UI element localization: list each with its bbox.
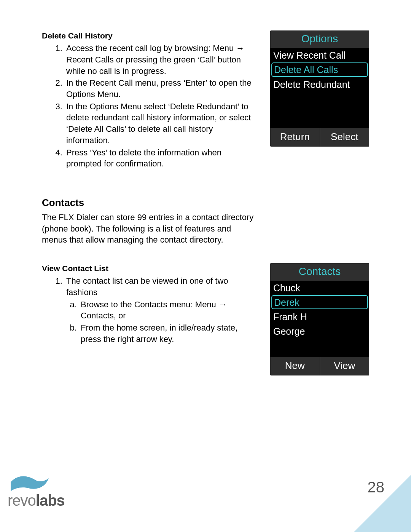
logo-text-bold: labs: [36, 492, 65, 509]
phone-softkey-bar: New View: [270, 357, 369, 375]
step-item: The contact list can be viewed in one of…: [65, 275, 259, 345]
text-column: Delete Call History Access the recent ca…: [42, 30, 259, 170]
phone-softkey-bar: Return Select: [270, 128, 369, 147]
heading-delete-call-history: Delete Call History: [42, 30, 259, 41]
softkey-view[interactable]: View: [320, 357, 370, 375]
logo-wordmark: revolabs: [8, 492, 65, 509]
text-column: View Contact List The contact list can b…: [42, 263, 259, 375]
step-item: In the Options Menu select ‘Delete Redun…: [65, 101, 259, 146]
menu-item-delete-redundant[interactable]: Delete Redundant: [270, 77, 369, 91]
contact-item[interactable]: Frank H: [270, 310, 369, 324]
steps-list: Access the recent call log by browsing: …: [42, 43, 259, 169]
flag-icon: [8, 471, 49, 494]
softkey-new[interactable]: New: [270, 357, 320, 375]
logo-text-light: revo: [8, 492, 36, 509]
revolabs-logo: revolabs: [8, 471, 65, 509]
substeps-list: Browse to the Contacts menu: Menu → Cont…: [66, 299, 259, 345]
substep-item: Browse to the Contacts menu: Menu → Cont…: [79, 299, 259, 321]
contact-item[interactable]: Derek: [271, 295, 368, 309]
step-item: Press ‘Yes’ to delete the information wh…: [65, 147, 259, 169]
menu-item-view-recent-call[interactable]: View Recent Call: [270, 48, 369, 62]
screenshot-column: Options View Recent Call Delete All Call…: [270, 30, 373, 170]
step-item: Access the recent call log by browsing: …: [65, 43, 259, 77]
phone-title: Contacts: [270, 263, 369, 281]
phone-screenshot-options: Options View Recent Call Delete All Call…: [270, 30, 369, 147]
softkey-select[interactable]: Select: [320, 128, 370, 147]
contact-item[interactable]: Chuck: [270, 281, 369, 295]
heading-contacts: Contacts: [42, 197, 373, 209]
contacts-intro-paragraph: The FLX Dialer can store 99 entries in a…: [42, 212, 255, 246]
substep-item: From the home screen, in idle/ready stat…: [79, 322, 259, 345]
softkey-return[interactable]: Return: [270, 128, 320, 147]
steps-list: The contact list can be viewed in one of…: [42, 275, 259, 345]
page-number: 28: [368, 479, 385, 496]
heading-view-contact-list: View Contact List: [42, 263, 259, 274]
contact-item[interactable]: George: [270, 324, 369, 338]
phone-screenshot-contacts: Contacts Chuck Derek Frank H George New …: [270, 263, 369, 375]
screenshot-column: Contacts Chuck Derek Frank H George New …: [270, 263, 373, 375]
section-view-contact-list: View Contact List The contact list can b…: [42, 263, 373, 375]
phone-menu-body: View Recent Call Delete All Calls Delete…: [270, 48, 369, 128]
section-delete-call-history: Delete Call History Access the recent ca…: [42, 30, 373, 170]
step-text: The contact list can be viewed in one of…: [66, 276, 228, 297]
phone-title: Options: [270, 30, 369, 48]
step-item: In the Recent Call menu, press ‘Enter’ t…: [65, 77, 259, 100]
phone-menu-body: Chuck Derek Frank H George: [270, 281, 369, 357]
document-page: Delete Call History Access the recent ca…: [0, 0, 411, 532]
menu-item-delete-all-calls[interactable]: Delete All Calls: [271, 62, 368, 77]
page-footer: revolabs 28: [0, 437, 411, 532]
